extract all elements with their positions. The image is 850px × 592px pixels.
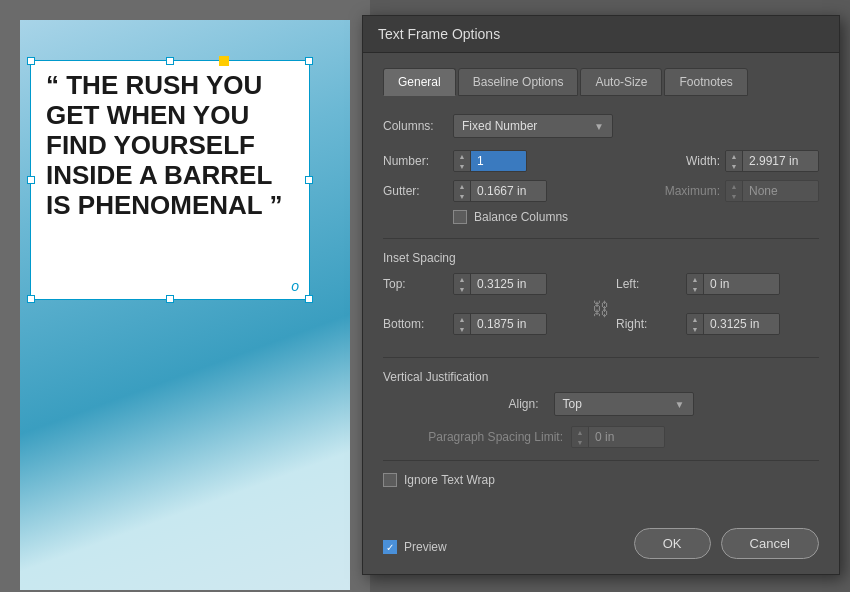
bottom-spinner-arrows[interactable]: ▲ ▼ [454,314,471,334]
paragraph-spacing-row: Paragraph Spacing Limit: ▲ ▼ [383,426,819,448]
columns-value: Fixed Number [462,119,537,133]
inset-grid: Top: ▲ ▼ Bottom: ▲ ▼ [383,273,819,345]
bottom-label: Bottom: [383,317,453,331]
handle-br[interactable] [305,295,313,303]
top-spinner-arrows[interactable]: ▲ ▼ [454,274,471,294]
maximum-label: Maximum: [655,184,720,198]
left-up-arrow[interactable]: ▲ [687,274,703,284]
width-up-arrow[interactable]: ▲ [726,151,742,161]
balance-columns-checkbox[interactable] [453,210,467,224]
inset-spacing-header: Inset Spacing [383,251,819,265]
tab-auto-size[interactable]: Auto-Size [580,68,662,96]
maximum-up-arrow[interactable]: ▲ [726,181,742,191]
dialog-titlebar: Text Frame Options [363,16,839,53]
top-spinner[interactable]: ▲ ▼ [453,273,547,295]
dialog-title: Text Frame Options [378,26,500,42]
number-spinner[interactable]: ▲ ▼ [453,150,527,172]
width-down-arrow[interactable]: ▼ [726,161,742,171]
paragraph-spacing-up[interactable]: ▲ [572,427,588,437]
chain-link-icon[interactable]: ⛓ [592,299,610,320]
bottom-input[interactable] [471,314,546,334]
cancel-button[interactable]: Cancel [721,528,819,559]
top-up-arrow[interactable]: ▲ [454,274,470,284]
right-spinner[interactable]: ▲ ▼ [686,313,780,335]
text-frame[interactable]: “ THE RUSH YOU GET WHEN YOU FIND YOURSEL… [30,60,310,300]
columns-dropdown-arrow: ▼ [594,121,604,132]
bottom-up-arrow[interactable]: ▲ [454,314,470,324]
maximum-down-arrow[interactable]: ▼ [726,191,742,201]
ok-button[interactable]: OK [634,528,711,559]
align-select[interactable]: Top ▼ [554,392,694,416]
open-quote: “ [46,70,59,100]
quote-body: THE RUSH YOU GET WHEN YOU FIND YOURSELF … [46,70,272,220]
paragraph-spacing-input[interactable] [589,427,664,447]
right-spinner-arrows[interactable]: ▲ ▼ [687,314,704,334]
tab-footnotes[interactable]: Footnotes [664,68,747,96]
right-label: Right: [616,317,686,331]
right-down-arrow[interactable]: ▼ [687,324,703,334]
handle-bl[interactable] [27,295,35,303]
top-label: Top: [383,277,453,291]
paragraph-spacing-spinner[interactable]: ▲ ▼ [571,426,665,448]
right-row: Right: ▲ ▼ [616,313,819,335]
align-label: Align: [509,397,554,411]
close-quote: ” [269,190,282,220]
width-spinner-arrows[interactable]: ▲ ▼ [726,151,743,171]
flow-icon: o [291,278,299,294]
align-row: Align: Top ▼ [383,392,819,416]
number-down-arrow[interactable]: ▼ [454,161,470,171]
left-row: Left: ▲ ▼ [616,273,819,295]
inset-left-col: Top: ▲ ▼ Bottom: ▲ ▼ [383,273,586,345]
width-input[interactable] [743,151,818,171]
left-spinner[interactable]: ▲ ▼ [686,273,780,295]
handle-tr[interactable] [305,57,313,65]
handle-rm[interactable] [305,176,313,184]
tab-general[interactable]: General [383,68,456,96]
columns-row: Columns: Fixed Number ▼ [383,114,819,138]
right-input[interactable] [704,314,779,334]
number-spinner-arrows[interactable]: ▲ ▼ [454,151,471,171]
handle-bm[interactable] [166,295,174,303]
number-label: Number: [383,154,453,168]
maximum-input[interactable] [743,181,818,201]
vertical-justification-header: Vertical Justification [383,370,819,384]
tab-baseline-options[interactable]: Baseline Options [458,68,579,96]
dialog-footer: OK Cancel [363,528,839,559]
columns-select[interactable]: Fixed Number ▼ [453,114,613,138]
right-up-arrow[interactable]: ▲ [687,314,703,324]
handle-tl[interactable] [27,57,35,65]
balance-columns-row: Balance Columns [453,210,819,224]
number-up-arrow[interactable]: ▲ [454,151,470,161]
left-down-arrow[interactable]: ▼ [687,284,703,294]
maximum-spinner[interactable]: ▲ ▼ [725,180,819,202]
top-down-arrow[interactable]: ▼ [454,284,470,294]
left-spinner-arrows[interactable]: ▲ ▼ [687,274,704,294]
gutter-down-arrow[interactable]: ▼ [454,191,470,201]
link-icon-container: ⛓ [586,299,616,320]
bottom-spinner[interactable]: ▲ ▼ [453,313,547,335]
align-dropdown-arrow: ▼ [675,399,685,410]
handle-lm[interactable] [27,176,35,184]
number-input[interactable] [471,151,526,171]
text-frame-options-dialog: Text Frame Options General Baseline Opti… [362,15,840,575]
gutter-up-arrow[interactable]: ▲ [454,181,470,191]
tabs-container: General Baseline Options Auto-Size Footn… [383,68,819,96]
top-input[interactable] [471,274,546,294]
paragraph-spacing-down[interactable]: ▼ [572,437,588,447]
ignore-text-wrap-checkbox[interactable] [383,473,397,487]
left-input[interactable] [704,274,779,294]
inset-right-col: Left: ▲ ▼ Right: ▲ ▼ [616,273,819,345]
gutter-spinner[interactable]: ▲ ▼ [453,180,547,202]
number-width-row: Number: ▲ ▼ Width: ▲ ▼ [383,150,819,172]
maximum-spinner-arrows[interactable]: ▲ ▼ [726,181,743,201]
width-spinner[interactable]: ▲ ▼ [725,150,819,172]
quote-text: “ THE RUSH YOU GET WHEN YOU FIND YOURSEL… [46,71,294,220]
handle-yellow[interactable] [219,56,229,66]
gutter-input[interactable] [471,181,546,201]
paragraph-spacing-arrows[interactable]: ▲ ▼ [572,427,589,447]
gutter-label: Gutter: [383,184,453,198]
gutter-spinner-arrows[interactable]: ▲ ▼ [454,181,471,201]
left-label: Left: [616,277,686,291]
handle-tm[interactable] [166,57,174,65]
bottom-down-arrow[interactable]: ▼ [454,324,470,334]
